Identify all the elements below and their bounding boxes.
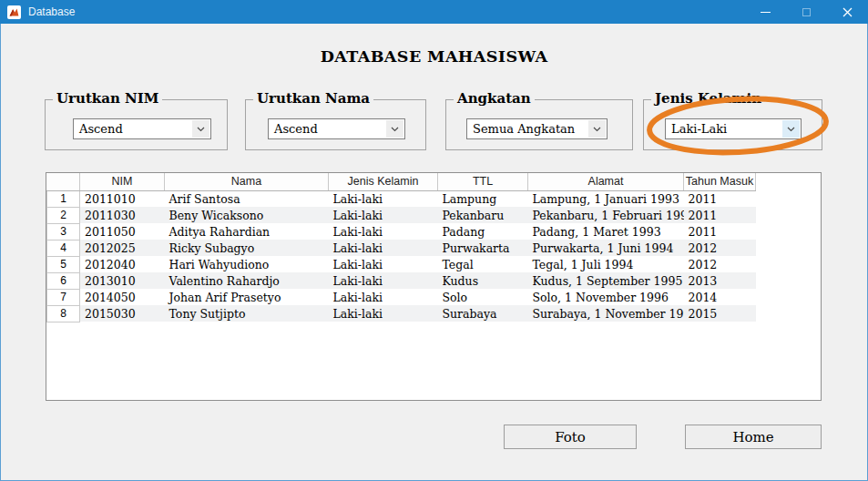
table-body: 12011010Arif SantosaLaki-lakiLampungLamp… [47,190,756,322]
table-cell[interactable]: Laki-laki [329,223,438,240]
dropdown-selected-value: Laki-Laki [666,122,727,136]
table-cell[interactable]: 2014 [684,289,756,305]
row-number-cell[interactable]: 4 [47,240,80,256]
table-cell[interactable]: Aditya Rahardian [165,223,329,240]
table-cell[interactable]: 2012 [684,240,756,256]
table-cell[interactable]: Solo, 1 November 1996 [528,289,684,305]
table-cell[interactable]: 2011 [684,207,756,223]
table-cell[interactable]: Tegal, 1 Juli 1994 [528,256,684,272]
table-row: 22011030Beny WicaksonoLaki-lakiPekanbaru… [47,207,756,223]
table-cell[interactable]: 2011050 [80,223,165,240]
table-cell[interactable]: 2015030 [80,305,165,322]
row-number-cell[interactable]: 7 [47,289,80,305]
window-title: Database [28,5,75,18]
table-cell[interactable]: 2013010 [80,272,165,289]
table-cell[interactable]: Surabaya [438,305,528,322]
minimize-icon [761,12,771,13]
row-number-cell[interactable]: 1 [47,190,80,207]
table-cell[interactable]: Laki-laki [329,305,438,322]
table-cell[interactable]: 2011010 [80,190,165,207]
foto-button[interactable]: Foto [504,425,637,449]
table-cell[interactable]: Laki-laki [329,256,438,272]
table-row: 52012040Hari WahyudionoLaki-lakiTegalTeg… [47,256,756,272]
chevron-down-icon [192,120,209,138]
dropdown-selected-value: Semua Angkatan [467,122,575,136]
row-number-cell[interactable]: 6 [47,272,80,289]
table-cell[interactable]: 2013 [684,272,756,289]
table-cell[interactable]: Laki-laki [329,190,438,207]
table-cell[interactable]: 2011 [684,190,756,207]
table-cell[interactable]: 2012025 [80,240,165,256]
angkatan-dropdown[interactable]: Semua Angkatan [466,118,608,139]
table-cell[interactable]: Tegal [438,256,528,272]
table-row: 42012025Ricky SubagyoLaki-lakiPurwakarta… [47,240,756,256]
row-number-cell[interactable]: 3 [47,223,80,240]
row-number-cell[interactable]: 5 [47,256,80,272]
chevron-down-icon [588,120,606,138]
column-header-ttl: TTL [438,173,528,190]
maximize-icon [802,8,811,16]
panel-label-urutkan-nama: Urutkan Nama [253,90,373,107]
row-number-cell[interactable]: 8 [47,305,80,322]
panel-label-urutkan-nim: Urutkan NIM [53,90,162,107]
student-table-grid: NIM Nama Jenis Kelamin TTL Alamat Tahun … [46,173,756,322]
table-cell[interactable]: 2014050 [80,289,165,305]
table-cell[interactable]: Valentino Rahardjo [165,272,329,289]
panel-jenis-kelamin: Jenis Kelamin Laki-Laki [643,99,822,150]
chevron-down-icon [386,120,403,138]
table-cell[interactable]: Arif Santosa [165,190,329,207]
table-cell[interactable]: Pekanbaru, 1 Februari 1993 [528,207,684,223]
jenis-kelamin-dropdown[interactable]: Laki-Laki [665,118,802,139]
table-cell[interactable]: Kudus, 1 September 1995 [528,272,684,289]
row-number-cell[interactable]: 2 [47,207,80,223]
column-header-tahun-masuk: Tahun Masuk [684,173,756,190]
table-cell[interactable]: Laki-laki [329,272,438,289]
student-table: NIM Nama Jenis Kelamin TTL Alamat Tahun … [46,172,822,401]
minimize-button[interactable] [745,0,786,24]
column-header-alamat: Alamat [528,173,684,190]
table-cell[interactable]: Laki-laki [329,289,438,305]
panel-urutkan-nama: Urutkan Nama Ascend [245,99,426,150]
chevron-down-icon [782,120,800,138]
table-cell[interactable]: Lampung [438,190,528,207]
table-cell[interactable]: 2012 [684,256,756,272]
table-cell[interactable]: 2015 [684,305,756,322]
table-cell[interactable]: Johan Arif Prasetyo [165,289,329,305]
urutkan-nama-dropdown[interactable]: Ascend [268,118,405,139]
table-header-row: NIM Nama Jenis Kelamin TTL Alamat Tahun … [47,173,756,190]
table-cell[interactable]: Lampung, 1 Januari 1993 [528,190,684,207]
maximize-button[interactable] [786,0,827,24]
panel-urutkan-nim: Urutkan NIM Ascend [45,99,228,150]
column-header-nim: NIM [80,173,165,190]
table-cell[interactable]: Laki-laki [329,207,438,223]
urutkan-nim-dropdown[interactable]: Ascend [73,118,211,139]
row-number-header [47,173,80,190]
close-button[interactable] [827,0,868,24]
table-cell[interactable]: Laki-laki [329,240,438,256]
dropdown-selected-value: Ascend [269,122,318,136]
table-cell[interactable]: Purwakarta, 1 Juni 1994 [528,240,684,256]
page-title: DATABASE MAHASISWA [1,47,867,66]
table-cell[interactable]: 2011 [684,223,756,240]
dropdown-selected-value: Ascend [74,122,123,136]
home-button[interactable]: Home [685,425,822,449]
table-cell[interactable]: 2011030 [80,207,165,223]
table-cell[interactable]: Ricky Subagyo [165,240,329,256]
table-row: 32011050Aditya RahardianLaki-lakiPadangP… [47,223,756,240]
table-cell[interactable]: 2012040 [80,256,165,272]
table-cell[interactable]: Padang, 1 Maret 1993 [528,223,684,240]
table-cell[interactable]: Kudus [438,272,528,289]
table-cell[interactable]: Beny Wicaksono [165,207,329,223]
table-cell[interactable]: Surabaya, 1 November 1997 [528,305,684,322]
panel-label-jenis-kelamin: Jenis Kelamin [651,90,765,107]
table-cell[interactable]: Pekanbaru [438,207,528,223]
table-cell[interactable]: Purwakarta [438,240,528,256]
panel-label-angkatan: Angkatan [454,90,535,107]
window-controls [745,0,868,24]
table-cell[interactable]: Tony Sutjipto [165,305,329,322]
table-cell[interactable]: Hari Wahyudiono [165,256,329,272]
titlebar: Database [0,0,868,24]
table-row: 62013010Valentino RahardjoLaki-lakiKudus… [47,272,756,289]
table-cell[interactable]: Padang [438,223,528,240]
table-cell[interactable]: Solo [438,289,528,305]
